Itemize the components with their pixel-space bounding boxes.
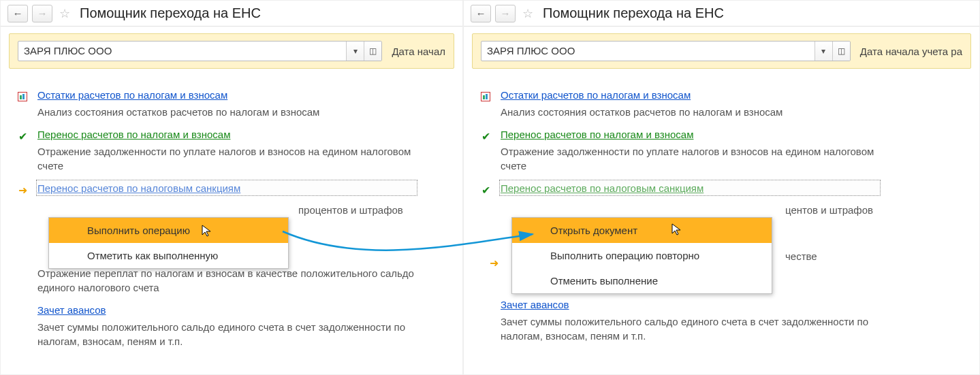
left-pane: ← → ☆ Помощник перехода на ЕНС ЗАРЯ ПЛЮС… [0,0,463,375]
check-icon: ✔ [479,184,492,196]
step-offset-advances-desc: Зачет суммы положительного сальдо единог… [37,320,419,348]
step-transfer-taxes-desc: Отражение задолженности по уплате налого… [37,144,419,173]
step-balances: Остатки расчетов по налогам и взносам Ан… [472,89,971,119]
mouse-cursor-icon [201,224,215,238]
step-balances-desc: Анализ состояния остатков расчетов по на… [37,105,419,119]
arrow-current-icon: ➜ [490,257,499,270]
step-balances-link[interactable]: Остатки расчетов по налогам и взносам [37,89,227,101]
steps-list: Остатки расчетов по налогам и взносам Ан… [1,73,462,362]
step-transfer-taxes: ✔ Перенос расчетов по налогам и взносам … [9,129,454,173]
page-title: Помощник перехода на ЕНС [543,5,724,21]
arrow-current-icon: ➜ [16,184,29,196]
organization-value: ЗАРЯ ПЛЮС ООО [481,42,815,61]
menu-item-cancel-execution[interactable]: Отменить выполнение [512,268,772,293]
step-sanctions-desc-fragment: центов и штрафов [785,204,873,216]
titlebar: ← → ☆ Помощник перехода на ЕНС [1,1,462,27]
report-icon [16,91,29,103]
step-offset-advances-link[interactable]: Зачет авансов [37,304,106,316]
report-icon [479,91,492,103]
menu-item-execute[interactable]: Выполнить операцию [49,218,288,243]
menu-item-mark-done[interactable]: Отметить как выполненную [49,243,288,268]
nav-back-button[interactable]: ← [471,5,491,22]
date-start-label: Дата начал [392,46,445,57]
step-transfer-taxes: ✔ Перенос расчетов по налогам и взносам … [472,129,971,173]
arrow-left-icon: ← [476,7,486,19]
favorite-star-icon[interactable]: ☆ [59,6,70,21]
nav-forward-button: → [32,5,52,22]
titlebar: ← → ☆ Помощник перехода на ЕНС [464,1,979,27]
organization-open-button[interactable]: ◫ [364,42,381,61]
step-transfer-taxes-link[interactable]: Перенос расчетов по налогам и взносам [37,129,230,140]
step-sanctions-desc-fragment: процентов и штрафов [298,204,403,216]
step-offset-advances: Зачет авансов Зачет суммы положительного… [9,304,454,348]
context-menu: Выполнить операцию Отметить как выполнен… [48,217,289,269]
organization-select[interactable]: ЗАРЯ ПЛЮС ООО ▾ ◫ [18,41,382,61]
step-overpayments-desc: Отражение переплат по налогам и взносам … [37,266,419,295]
toolbar: ЗАРЯ ПЛЮС ООО ▾ ◫ Дата начал [9,33,454,69]
mouse-cursor-icon [671,223,684,236]
right-pane: ← → ☆ Помощник перехода на ЕНС ЗАРЯ ПЛЮС… [463,0,980,375]
favorite-star-icon[interactable]: ☆ [522,6,533,21]
toolbar: ЗАРЯ ПЛЮС ООО ▾ ◫ Дата начала учета ра [472,33,971,69]
date-start-label: Дата начала учета ра [860,46,962,57]
step-sanctions-desc-fragment2: честве [785,250,817,262]
step-transfer-taxes-link[interactable]: Перенос расчетов по налогам и взносам [501,129,693,140]
step-offset-advances-desc: Зачет суммы положительного сальдо единог… [501,314,882,343]
organization-value: ЗАРЯ ПЛЮС ООО [18,42,346,61]
arrow-right-icon: → [501,7,511,19]
nav-forward-button: → [495,5,516,22]
current-step-selection [499,180,881,196]
step-offset-advances-link[interactable]: Зачет авансов [501,299,569,310]
check-icon: ✔ [16,130,29,142]
check-icon: ✔ [479,130,492,142]
page-title: Помощник перехода на ЕНС [80,5,261,21]
organization-dropdown-button[interactable]: ▾ [346,42,364,61]
step-overpayments: Отражение переплат по налогам и взносам … [9,266,454,295]
step-balances-link[interactable]: Остатки расчетов по налогам и взносам [501,89,691,101]
menu-item-execute-again[interactable]: Выполнить операцию повторно [512,243,772,268]
menu-item-open-document[interactable]: Открыть документ [512,218,772,243]
context-menu: Открыть документ Выполнить операцию повт… [511,217,772,294]
arrow-left-icon: ← [13,7,23,19]
step-transfer-sanctions: ✔ Перенос расчетов по налоговым санкциям… [472,182,971,194]
arrow-right-icon: → [37,7,48,19]
step-transfer-sanctions: ➜ Перенос расчетов по налоговым санкциям… [9,182,454,194]
step-balances-desc: Анализ состояния остатков расчетов по на… [501,105,882,119]
current-step-selection [36,180,417,196]
organization-select[interactable]: ЗАРЯ ПЛЮС ООО ▾ ◫ [481,41,851,61]
organization-open-button[interactable]: ◫ [832,42,850,61]
step-balances: Остатки расчетов по налогам и взносам Ан… [9,89,454,119]
steps-list: Остатки расчетов по налогам и взносам Ан… [464,73,979,357]
organization-dropdown-button[interactable]: ▾ [815,42,832,61]
nav-back-button[interactable]: ← [7,5,28,22]
step-offset-advances: Зачет авансов Зачет суммы положительного… [472,299,971,343]
step-transfer-taxes-desc: Отражение задолженности по уплате налого… [501,144,882,173]
